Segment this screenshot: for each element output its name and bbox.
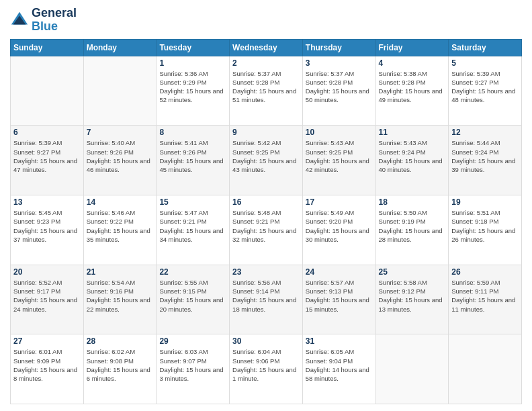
page: General Blue SundayMondayTuesdayWednesda… xyxy=(0,0,532,411)
day-info: Sunrise: 5:58 AMSunset: 9:12 PMDaylight:… xyxy=(379,278,446,314)
calendar-cell: 23Sunrise: 5:56 AMSunset: 9:14 PMDayligh… xyxy=(230,265,303,334)
calendar-cell: 8Sunrise: 5:41 AMSunset: 9:26 PMDaylight… xyxy=(157,126,230,195)
day-number: 20 xyxy=(13,267,81,277)
day-number: 31 xyxy=(306,336,373,346)
day-number: 13 xyxy=(13,197,81,207)
day-info: Sunrise: 6:02 AMSunset: 9:08 PMDaylight:… xyxy=(87,347,154,383)
day-number: 8 xyxy=(159,128,226,137)
calendar-cell: 14Sunrise: 5:46 AMSunset: 9:22 PMDayligh… xyxy=(83,195,157,265)
calendar-week-row: 1Sunrise: 5:36 AMSunset: 9:29 PMDaylight… xyxy=(11,56,522,126)
calendar-cell: 6Sunrise: 5:39 AMSunset: 9:27 PMDaylight… xyxy=(11,126,84,195)
day-info: Sunrise: 5:37 AMSunset: 9:28 PMDaylight:… xyxy=(306,69,373,105)
day-number: 28 xyxy=(87,336,154,346)
calendar-header-row: SundayMondayTuesdayWednesdayThursdayFrid… xyxy=(11,39,522,56)
calendar-cell: 3Sunrise: 5:37 AMSunset: 9:28 PMDaylight… xyxy=(302,56,375,126)
day-number: 22 xyxy=(159,267,226,277)
day-info: Sunrise: 5:49 AMSunset: 9:20 PMDaylight:… xyxy=(306,208,373,244)
day-info: Sunrise: 5:47 AMSunset: 9:21 PMDaylight:… xyxy=(159,208,226,244)
calendar-cell: 17Sunrise: 5:49 AMSunset: 9:20 PMDayligh… xyxy=(302,195,375,265)
day-number: 19 xyxy=(451,197,519,207)
day-info: Sunrise: 6:05 AMSunset: 9:04 PMDaylight:… xyxy=(306,347,373,383)
day-number: 5 xyxy=(451,58,519,68)
day-info: Sunrise: 5:51 AMSunset: 9:18 PMDaylight:… xyxy=(451,208,519,244)
day-info: Sunrise: 5:43 AMSunset: 9:25 PMDaylight:… xyxy=(306,138,373,174)
calendar-day-header: Friday xyxy=(375,39,449,56)
calendar-cell: 20Sunrise: 5:52 AMSunset: 9:17 PMDayligh… xyxy=(11,265,84,334)
calendar-cell: 11Sunrise: 5:43 AMSunset: 9:24 PMDayligh… xyxy=(375,126,449,195)
calendar-cell: 21Sunrise: 5:54 AMSunset: 9:16 PMDayligh… xyxy=(83,265,157,334)
day-number: 24 xyxy=(306,267,373,277)
day-info: Sunrise: 5:54 AMSunset: 9:16 PMDaylight:… xyxy=(87,278,154,314)
day-info: Sunrise: 6:04 AMSunset: 9:06 PMDaylight:… xyxy=(232,347,300,383)
day-info: Sunrise: 5:45 AMSunset: 9:23 PMDaylight:… xyxy=(13,208,81,244)
day-number: 7 xyxy=(87,128,154,137)
day-number: 3 xyxy=(306,58,373,68)
calendar-day-header: Tuesday xyxy=(157,39,230,56)
calendar-cell: 2Sunrise: 5:37 AMSunset: 9:28 PMDaylight… xyxy=(230,56,303,126)
day-number: 23 xyxy=(232,267,300,277)
day-number: 16 xyxy=(232,197,300,207)
calendar-cell: 29Sunrise: 6:03 AMSunset: 9:07 PMDayligh… xyxy=(157,334,230,404)
day-info: Sunrise: 5:42 AMSunset: 9:25 PMDaylight:… xyxy=(232,138,300,174)
day-info: Sunrise: 5:55 AMSunset: 9:15 PMDaylight:… xyxy=(159,278,226,314)
calendar-cell: 18Sunrise: 5:50 AMSunset: 9:19 PMDayligh… xyxy=(375,195,449,265)
day-number: 12 xyxy=(451,128,519,137)
day-info: Sunrise: 5:37 AMSunset: 9:28 PMDaylight:… xyxy=(232,69,300,105)
calendar-day-header: Wednesday xyxy=(230,39,303,56)
calendar-cell: 10Sunrise: 5:43 AMSunset: 9:25 PMDayligh… xyxy=(302,126,375,195)
day-number: 27 xyxy=(13,336,81,346)
day-number: 26 xyxy=(451,267,519,277)
day-info: Sunrise: 6:03 AMSunset: 9:07 PMDaylight:… xyxy=(159,347,226,383)
calendar-cell: 30Sunrise: 6:04 AMSunset: 9:06 PMDayligh… xyxy=(230,334,303,404)
calendar-cell xyxy=(83,56,157,126)
day-info: Sunrise: 5:40 AMSunset: 9:26 PMDaylight:… xyxy=(87,138,154,174)
day-number: 14 xyxy=(87,197,154,207)
calendar-cell: 28Sunrise: 6:02 AMSunset: 9:08 PMDayligh… xyxy=(83,334,157,404)
calendar-day-header: Sunday xyxy=(11,39,84,56)
day-info: Sunrise: 5:39 AMSunset: 9:27 PMDaylight:… xyxy=(451,69,519,105)
header: General Blue xyxy=(10,7,522,34)
calendar-cell: 9Sunrise: 5:42 AMSunset: 9:25 PMDaylight… xyxy=(230,126,303,195)
day-info: Sunrise: 5:50 AMSunset: 9:19 PMDaylight:… xyxy=(379,208,446,244)
day-info: Sunrise: 5:41 AMSunset: 9:26 PMDaylight:… xyxy=(159,138,226,174)
day-number: 10 xyxy=(306,128,373,137)
day-info: Sunrise: 6:01 AMSunset: 9:09 PMDaylight:… xyxy=(13,347,81,383)
calendar-table: SundayMondayTuesdayWednesdayThursdayFrid… xyxy=(10,39,522,404)
day-number: 2 xyxy=(232,58,300,68)
day-info: Sunrise: 5:52 AMSunset: 9:17 PMDaylight:… xyxy=(13,278,81,314)
day-info: Sunrise: 5:57 AMSunset: 9:13 PMDaylight:… xyxy=(306,278,373,314)
day-info: Sunrise: 5:43 AMSunset: 9:24 PMDaylight:… xyxy=(379,138,446,174)
calendar-cell: 24Sunrise: 5:57 AMSunset: 9:13 PMDayligh… xyxy=(302,265,375,334)
calendar-cell: 5Sunrise: 5:39 AMSunset: 9:27 PMDaylight… xyxy=(449,56,522,126)
calendar-cell: 13Sunrise: 5:45 AMSunset: 9:23 PMDayligh… xyxy=(11,195,84,265)
day-info: Sunrise: 5:36 AMSunset: 9:29 PMDaylight:… xyxy=(159,69,226,105)
logo: General Blue xyxy=(10,7,77,34)
day-info: Sunrise: 5:56 AMSunset: 9:14 PMDaylight:… xyxy=(232,278,300,314)
calendar-cell: 22Sunrise: 5:55 AMSunset: 9:15 PMDayligh… xyxy=(157,265,230,334)
calendar-day-header: Thursday xyxy=(302,39,375,56)
calendar-week-row: 13Sunrise: 5:45 AMSunset: 9:23 PMDayligh… xyxy=(11,195,522,265)
day-number: 21 xyxy=(87,267,154,277)
day-number: 17 xyxy=(306,197,373,207)
day-info: Sunrise: 5:39 AMSunset: 9:27 PMDaylight:… xyxy=(13,138,81,174)
day-info: Sunrise: 5:59 AMSunset: 9:11 PMDaylight:… xyxy=(451,278,519,314)
day-number: 1 xyxy=(159,58,226,68)
day-number: 6 xyxy=(13,128,81,137)
day-number: 15 xyxy=(159,197,226,207)
day-number: 29 xyxy=(159,336,226,346)
calendar-cell: 16Sunrise: 5:48 AMSunset: 9:21 PMDayligh… xyxy=(230,195,303,265)
day-number: 18 xyxy=(379,197,446,207)
day-number: 25 xyxy=(379,267,446,277)
calendar-cell: 26Sunrise: 5:59 AMSunset: 9:11 PMDayligh… xyxy=(449,265,522,334)
calendar-cell: 1Sunrise: 5:36 AMSunset: 9:29 PMDaylight… xyxy=(157,56,230,126)
day-info: Sunrise: 5:38 AMSunset: 9:28 PMDaylight:… xyxy=(379,69,446,105)
calendar-cell: 25Sunrise: 5:58 AMSunset: 9:12 PMDayligh… xyxy=(375,265,449,334)
calendar-week-row: 27Sunrise: 6:01 AMSunset: 9:09 PMDayligh… xyxy=(11,334,522,404)
calendar-day-header: Saturday xyxy=(449,39,522,56)
calendar-cell: 31Sunrise: 6:05 AMSunset: 9:04 PMDayligh… xyxy=(302,334,375,404)
logo-text: General Blue xyxy=(32,7,77,34)
day-info: Sunrise: 5:46 AMSunset: 9:22 PMDaylight:… xyxy=(87,208,154,244)
calendar-cell xyxy=(11,56,84,126)
calendar-cell: 27Sunrise: 6:01 AMSunset: 9:09 PMDayligh… xyxy=(11,334,84,404)
calendar-cell: 7Sunrise: 5:40 AMSunset: 9:26 PMDaylight… xyxy=(83,126,157,195)
